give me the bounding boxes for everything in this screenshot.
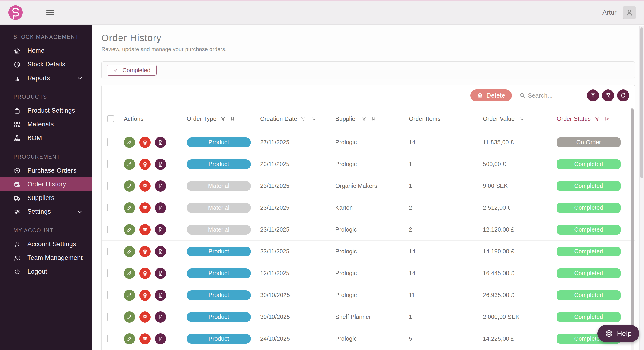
sidebar-item-account-settings[interactable]: Account Settings: [0, 237, 92, 251]
edit-row-button[interactable]: [124, 202, 135, 214]
edit-row-button[interactable]: [124, 137, 135, 148]
supplier-cell: Prologic: [335, 248, 409, 255]
edit-row-button[interactable]: [124, 268, 135, 279]
sort-updown-icon[interactable]: [518, 116, 524, 122]
sidebar-item-home[interactable]: Home: [0, 44, 92, 58]
row-checkbox[interactable]: [107, 248, 108, 255]
delete-row-button[interactable]: [139, 137, 150, 148]
edit-row-button[interactable]: [124, 159, 135, 170]
sidebar-item-settings[interactable]: Settings: [0, 205, 92, 219]
delete-row-button[interactable]: [139, 246, 150, 257]
actions-cell: [124, 290, 187, 301]
search-input[interactable]: [528, 92, 580, 99]
sort-updown-icon[interactable]: [229, 116, 236, 122]
delete-button-label: Delete: [486, 92, 505, 99]
sidebar-item-purchase-orders[interactable]: Purchase Orders: [0, 164, 92, 178]
sidebar-item-label: Suppliers: [27, 194, 54, 202]
delete-row-button[interactable]: [139, 224, 150, 235]
edit-row-button[interactable]: [124, 246, 135, 257]
order-type-chip: Product: [187, 290, 251, 300]
row-checkbox[interactable]: [107, 138, 108, 146]
order-value-cell: 26.935,00 £: [483, 292, 557, 298]
sidebar-item-logout[interactable]: Logout: [0, 265, 92, 278]
sidebar-item-order-history[interactable]: Order History: [0, 178, 92, 191]
funnel-outline-icon[interactable]: [594, 116, 600, 122]
actions-cell: [124, 246, 187, 257]
file-export-icon: [158, 314, 164, 320]
delete-row-button[interactable]: [139, 202, 150, 214]
edit-row-button[interactable]: [124, 311, 135, 323]
row-checkbox[interactable]: [107, 226, 108, 233]
row-checkbox[interactable]: [107, 291, 108, 299]
filter-button[interactable]: [587, 89, 599, 101]
actions-cell: [124, 137, 187, 148]
sidebar-item-materials[interactable]: Materials: [0, 117, 92, 131]
export-row-button[interactable]: [155, 181, 166, 192]
row-checkbox[interactable]: [107, 335, 108, 342]
table-row: Material23/11/2025Organic Makers19,00 SE…: [102, 175, 635, 197]
row-checkbox[interactable]: [107, 269, 108, 277]
sidebar-item-reports[interactable]: Reports: [0, 71, 92, 85]
delete-row-button[interactable]: [139, 268, 150, 279]
delete-row-button[interactable]: [139, 181, 150, 192]
sidebar-item-suppliers[interactable]: Suppliers: [0, 191, 92, 205]
export-row-button[interactable]: [155, 290, 166, 301]
funnel-outline-icon[interactable]: [360, 116, 367, 122]
edit-row-button[interactable]: [124, 333, 135, 344]
funnel-outline-icon[interactable]: [300, 116, 306, 122]
sidebar-item-product-settings[interactable]: Product Settings: [0, 104, 92, 117]
column-header-order_type: Order Type: [187, 115, 260, 122]
sort-updown-icon[interactable]: [370, 116, 376, 122]
user-avatar[interactable]: [623, 6, 636, 19]
app-logo-icon[interactable]: [8, 5, 23, 20]
sidebar-item-team-management[interactable]: Team Management: [0, 251, 92, 265]
export-row-button[interactable]: [155, 246, 166, 257]
funnel-outline-icon[interactable]: [220, 116, 226, 122]
export-row-button[interactable]: [155, 137, 166, 148]
funnel-filled-icon: [590, 92, 596, 99]
help-button[interactable]: Help: [598, 325, 639, 342]
row-checkbox[interactable]: [107, 160, 108, 168]
table-scrollbar-thumb[interactable]: [630, 108, 634, 331]
row-checkbox[interactable]: [107, 182, 108, 190]
sidebar-item-stock-details[interactable]: Stock Details: [0, 58, 92, 71]
order-items-cell: 14: [409, 248, 483, 255]
filter-chip-completed[interactable]: Completed: [107, 65, 156, 76]
export-row-button[interactable]: [155, 159, 166, 170]
sort-updown-icon[interactable]: [310, 116, 316, 122]
edit-row-button[interactable]: [124, 224, 135, 235]
table-row: Product30/10/2025Shelf Planner12.000,00 …: [102, 306, 635, 328]
delete-row-button[interactable]: [139, 290, 150, 301]
edit-row-button[interactable]: [124, 181, 135, 192]
page-scrollbar-thumb[interactable]: [640, 27, 643, 178]
sidebar-section-title: MY ACCOUNT: [0, 227, 92, 234]
delete-row-button[interactable]: [139, 159, 150, 170]
order-value-cell: 14.225,00 £: [483, 335, 557, 342]
column-header-order_items: Order Items: [409, 115, 483, 122]
order-type-chip: Product: [187, 159, 251, 169]
order-status-chip: Completed: [557, 159, 620, 169]
actions-cell: [124, 159, 187, 170]
order-type-chip: Product: [187, 247, 251, 256]
row-checkbox[interactable]: [107, 204, 108, 211]
delete-row-button[interactable]: [139, 311, 150, 323]
export-row-button[interactable]: [155, 311, 166, 323]
export-row-button[interactable]: [155, 333, 166, 344]
hamburger-menu-icon[interactable]: [44, 7, 56, 18]
select-all-checkbox[interactable]: [107, 115, 114, 122]
edit-row-button[interactable]: [124, 290, 135, 301]
order-items-cell: 1: [409, 183, 483, 189]
table-row: Product27/11/2025Prologic1411.835,00 £On…: [102, 131, 635, 153]
trash-icon: [142, 227, 148, 233]
creation-date-cell: 12/11/2025: [260, 270, 335, 277]
refresh-button[interactable]: [617, 89, 629, 101]
export-row-button[interactable]: [155, 268, 166, 279]
row-checkbox[interactable]: [107, 313, 108, 320]
delete-button[interactable]: Delete: [470, 89, 512, 101]
delete-row-button[interactable]: [139, 333, 150, 344]
sort-desc-icon[interactable]: [604, 116, 610, 122]
export-row-button[interactable]: [155, 224, 166, 235]
export-row-button[interactable]: [155, 202, 166, 214]
sidebar-item-bom[interactable]: BOM: [0, 131, 92, 145]
filter-clear-button[interactable]: [602, 89, 614, 101]
